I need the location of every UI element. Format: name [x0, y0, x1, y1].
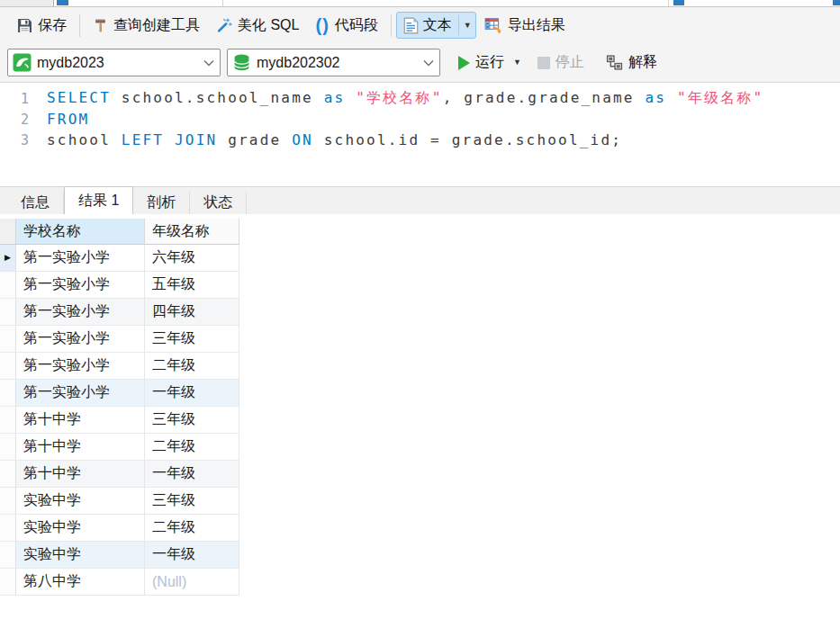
row-selector[interactable] [0, 380, 16, 407]
cell-grade-name[interactable]: (Null) [145, 569, 239, 596]
code-token: , grade.grade_name [443, 89, 646, 106]
table-row: 第一实验小学五年级 [0, 272, 840, 299]
row-selector[interactable] [0, 272, 16, 299]
cell-school-name[interactable]: 第一实验小学 [16, 299, 145, 326]
sql-editor[interactable]: 1SELECT school.school_name as "学校名称", gr… [0, 83, 840, 186]
query-tab-icon [57, 0, 68, 5]
explain-button[interactable]: 解释 [601, 49, 663, 76]
cell-grade-name[interactable]: 一年级 [145, 461, 239, 488]
cell-school-name[interactable]: 第八中学 [16, 569, 145, 596]
table-row: 第十中学一年级 [0, 461, 840, 488]
column-header-grade[interactable]: 年级名称 [145, 219, 239, 245]
database-name: mydb202302 [257, 55, 340, 71]
stop-icon [537, 57, 550, 69]
cell-school-name[interactable]: 实验中学 [16, 515, 145, 542]
result-tab[interactable]: 剖析 [133, 192, 190, 214]
line-number: 1 [0, 91, 47, 107]
stop-label: 停止 [555, 53, 584, 72]
row-selector[interactable] [0, 488, 16, 515]
code-token: school.school_name [111, 89, 324, 106]
tab-separator [222, 0, 223, 6]
cell-grade-name[interactable]: 三年级 [145, 407, 239, 434]
run-button[interactable]: 运行 [453, 49, 510, 76]
run-play-icon [458, 56, 470, 70]
cell-grade-name[interactable]: 一年级 [145, 380, 239, 407]
database-select[interactable]: mydb202302 [227, 49, 440, 76]
table-row: 第八中学(Null) [0, 569, 840, 596]
result-tab[interactable]: 结果 1 [64, 186, 133, 214]
cell-school-name[interactable]: 第一实验小学 [16, 272, 145, 299]
cell-grade-name[interactable]: 六年级 [145, 245, 239, 272]
cell-grade-name[interactable]: 五年级 [145, 272, 239, 299]
result-tab[interactable]: 信息 [7, 192, 64, 214]
code-lines: 1SELECT school.school_name as "学校名称", gr… [0, 88, 840, 150]
row-selector[interactable] [0, 353, 16, 380]
cell-grade-name[interactable]: 三年级 [145, 326, 239, 353]
code-snippet-button[interactable]: () 代码段 [307, 13, 385, 39]
grid-rows: ▶第一实验小学六年级第一实验小学五年级第一实验小学四年级第一实验小学三年级第一实… [0, 245, 840, 596]
chevron-down-icon[interactable] [203, 59, 214, 67]
code-token [666, 89, 677, 106]
row-selector[interactable] [0, 407, 16, 434]
code-line[interactable]: 3school LEFT JOIN grade ON school.id = g… [0, 130, 840, 150]
cell-grade-name[interactable]: 一年级 [145, 542, 239, 569]
cell-school-name[interactable]: 第一实验小学 [16, 353, 145, 380]
grid-corner[interactable] [0, 219, 16, 245]
chevron-down-icon[interactable] [423, 59, 434, 67]
text-view-button[interactable]: 文本 ▼ [396, 12, 476, 39]
code-token: LEFT [122, 131, 164, 148]
export-grid-icon [484, 17, 502, 34]
cell-grade-name[interactable]: 三年级 [145, 488, 239, 515]
query-tab-icon [673, 0, 684, 5]
cell-grade-name[interactable]: 四年级 [145, 299, 239, 326]
result-tab[interactable]: 状态 [190, 192, 247, 214]
query-builder-button[interactable]: 查询创建工具 [85, 13, 208, 39]
cell-grade-name[interactable]: 二年级 [145, 353, 239, 380]
row-selector[interactable] [0, 515, 16, 542]
run-dropdown-chevron-icon[interactable]: ▼ [513, 58, 521, 67]
cell-school-name[interactable]: 实验中学 [16, 542, 145, 569]
toolbar-separator [391, 14, 392, 37]
code-token: SELECT [47, 89, 111, 106]
beautify-sql-button[interactable]: 美化 SQL [208, 13, 307, 39]
cell-grade-name[interactable]: 二年级 [145, 434, 239, 461]
cell-school-name[interactable]: 第十中学 [16, 407, 145, 434]
stop-button: 停止 [532, 49, 590, 76]
save-button[interactable]: 保存 [9, 13, 75, 39]
cell-school-name[interactable]: 第一实验小学 [16, 380, 145, 407]
code-text: FROM [47, 111, 89, 128]
explain-label: 解释 [628, 53, 657, 72]
row-selector[interactable] [0, 542, 16, 569]
row-selector[interactable] [0, 569, 16, 596]
code-snippet-icon: () [315, 16, 329, 34]
code-line[interactable]: 2FROM [0, 109, 840, 130]
row-selector[interactable] [0, 461, 16, 488]
toolbar-separator [79, 14, 80, 37]
code-token: JOIN [175, 131, 217, 148]
cell-school-name[interactable]: 第一实验小学 [16, 326, 145, 353]
row-selector[interactable] [0, 326, 16, 353]
database-icon [232, 53, 251, 72]
row-selector[interactable] [0, 434, 16, 461]
code-text: school LEFT JOIN grade ON school.id = gr… [47, 131, 622, 148]
chevron-down-icon[interactable]: ▼ [464, 22, 472, 30]
table-row: 第一实验小学一年级 [0, 380, 840, 407]
export-result-button[interactable]: 导出结果 [476, 13, 574, 39]
connection-select[interactable]: mydb2023 [7, 49, 221, 76]
cell-school-name[interactable]: 实验中学 [16, 488, 145, 515]
inactive-tab-edge[interactable] [0, 0, 54, 6]
cell-school-name[interactable]: 第十中学 [16, 461, 145, 488]
result-grid: 学校名称 年级名称 ▶第一实验小学六年级第一实验小学五年级第一实验小学四年级第一… [0, 219, 840, 596]
row-selector[interactable]: ▶ [0, 245, 16, 272]
cell-grade-name[interactable]: 二年级 [145, 515, 239, 542]
code-line[interactable]: 1SELECT school.school_name as "学校名称", gr… [0, 88, 840, 109]
query-builder-label: 查询创建工具 [113, 16, 200, 35]
code-token: grade [217, 131, 292, 148]
column-header-school[interactable]: 学校名称 [16, 219, 145, 245]
cell-school-name[interactable]: 第十中学 [16, 434, 145, 461]
code-token: school [47, 131, 122, 148]
table-row: 第十中学二年级 [0, 434, 840, 461]
row-selector[interactable] [0, 299, 16, 326]
cell-school-name[interactable]: 第一实验小学 [16, 245, 145, 272]
table-row: 第一实验小学三年级 [0, 326, 840, 353]
